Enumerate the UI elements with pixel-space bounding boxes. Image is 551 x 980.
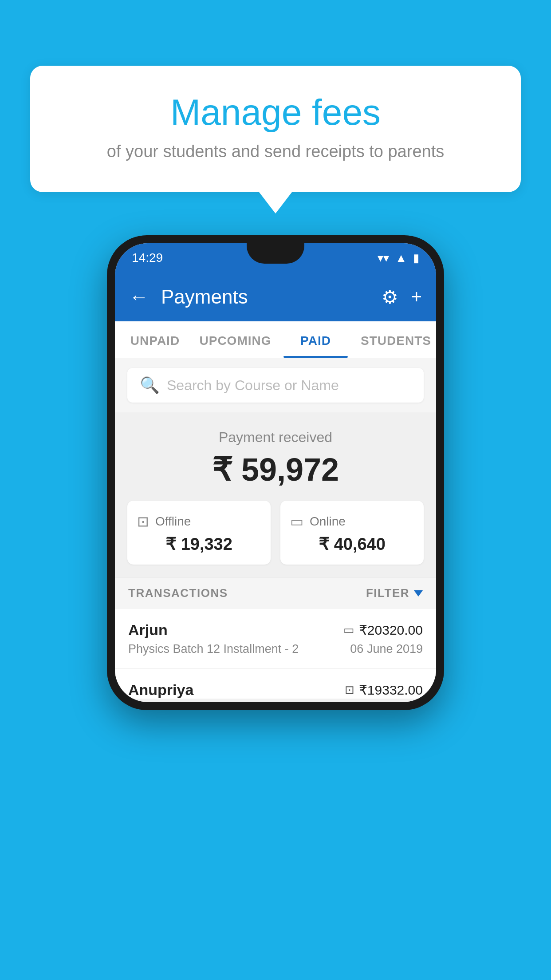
status-icons: ▾▾ ▲ ▮ [378, 251, 419, 265]
page-title: Payments [161, 286, 373, 308]
speech-bubble-title: Manage fees [52, 92, 499, 132]
online-label: Online [310, 514, 346, 529]
offline-payment-icon: ⊡ [345, 683, 354, 697]
tab-unpaid[interactable]: UNPAID [115, 321, 195, 358]
transaction-amount-wrap-2: ⊡ ₹19332.00 [345, 682, 423, 698]
offline-card: ⊡ Offline ₹ 19,332 [127, 501, 271, 565]
transaction-date: 06 June 2019 [350, 642, 423, 656]
transaction-course: Physics Batch 12 Installment - 2 [128, 642, 299, 656]
transactions-label: TRANSACTIONS [128, 586, 228, 600]
transaction-amount-2: ₹19332.00 [359, 682, 423, 698]
phone-screen: 14:29 ▾▾ ▲ ▮ ← Payments ⚙ + UNPAID UPCOM… [115, 243, 436, 702]
search-icon: 🔍 [140, 376, 160, 395]
notch [247, 243, 304, 264]
battery-icon: ▮ [413, 251, 419, 265]
payment-received-label: Payment received [124, 429, 427, 446]
app-bar: ← Payments ⚙ + [115, 273, 436, 321]
transaction-item-anupriya[interactable]: Anupriya ⊡ ₹19332.00 [115, 669, 436, 699]
filter-triangle-icon [414, 590, 423, 597]
transaction-name: Arjun [128, 621, 168, 639]
filter-label: FILTER [366, 586, 409, 600]
search-input[interactable]: Search by Course or Name [167, 377, 339, 394]
add-icon[interactable]: + [411, 286, 422, 308]
transaction-amount-wrap: ▭ ₹20320.00 [343, 622, 423, 638]
online-icon: ▭ [290, 513, 303, 530]
signal-icon: ▲ [395, 251, 407, 265]
tabs: UNPAID UPCOMING PAID STUDENTS [115, 321, 436, 358]
online-card: ▭ Online ₹ 40,640 [280, 501, 424, 565]
online-card-header: ▭ Online [290, 513, 414, 530]
offline-icon: ⊡ [137, 513, 149, 530]
tab-paid[interactable]: PAID [276, 321, 356, 358]
search-container: 🔍 Search by Course or Name [115, 358, 436, 412]
payment-received-section: Payment received ₹ 59,972 ⊡ Offline ₹ 19… [115, 412, 436, 577]
offline-card-header: ⊡ Offline [137, 513, 261, 530]
tab-students[interactable]: STUDENTS [356, 321, 436, 358]
online-payment-icon: ▭ [343, 623, 354, 637]
speech-bubble: Manage fees of your students and send re… [30, 66, 521, 192]
app-bar-actions: ⚙ + [382, 286, 422, 308]
speech-bubble-subtitle: of your students and send receipts to pa… [52, 142, 499, 161]
search-bar[interactable]: 🔍 Search by Course or Name [127, 368, 424, 403]
transaction-name-2: Anupriya [128, 681, 193, 699]
status-bar: 14:29 ▾▾ ▲ ▮ [115, 243, 436, 273]
phone-frame: 14:29 ▾▾ ▲ ▮ ← Payments ⚙ + UNPAID UPCOM… [107, 235, 444, 710]
offline-amount: ₹ 19,332 [137, 534, 261, 554]
transaction-row-top: Arjun ▭ ₹20320.00 [128, 621, 423, 639]
back-button[interactable]: ← [129, 286, 149, 308]
status-time: 14:29 [132, 251, 163, 265]
tab-upcoming[interactable]: UPCOMING [195, 321, 276, 358]
transaction-row-bottom: Physics Batch 12 Installment - 2 06 June… [128, 642, 423, 656]
payment-cards: ⊡ Offline ₹ 19,332 ▭ Online ₹ 40,640 [124, 501, 427, 565]
transactions-header: TRANSACTIONS FILTER [115, 577, 436, 609]
transaction-amount: ₹20320.00 [359, 622, 423, 638]
transaction-item-arjun[interactable]: Arjun ▭ ₹20320.00 Physics Batch 12 Insta… [115, 609, 436, 669]
payment-received-amount: ₹ 59,972 [124, 451, 427, 488]
offline-label: Offline [155, 514, 191, 529]
settings-icon[interactable]: ⚙ [382, 286, 398, 308]
online-amount: ₹ 40,640 [290, 534, 414, 554]
wifi-icon: ▾▾ [378, 251, 389, 265]
filter-button[interactable]: FILTER [366, 586, 423, 600]
transaction-row-top-2: Anupriya ⊡ ₹19332.00 [128, 681, 423, 699]
